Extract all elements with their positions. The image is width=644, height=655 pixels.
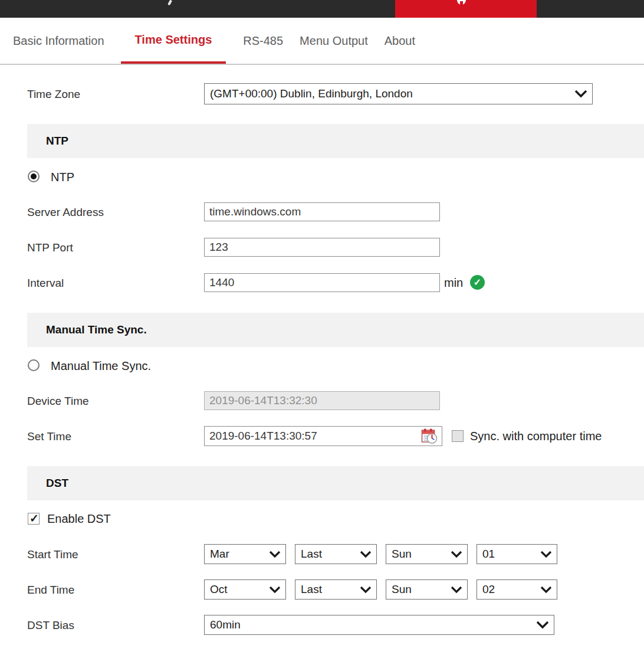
enable-dst-checkbox[interactable] [28, 513, 40, 525]
dst-start-hour-select[interactable]: 01 [477, 544, 557, 564]
dst-start-month-select[interactable]: Mar [204, 544, 286, 564]
top-nav-bar [0, 0, 644, 18]
dst-end-month-value: Oct [210, 583, 228, 596]
interval-unit-label: min [444, 276, 463, 290]
tab-basic-information[interactable]: Basic Information [13, 18, 104, 64]
dst-section-title: DST [46, 477, 68, 490]
ntp-radio[interactable] [28, 171, 40, 182]
chevron-down-icon [269, 551, 281, 558]
active-nav-button[interactable] [395, 0, 537, 18]
manual-sync-radio[interactable] [28, 359, 40, 371]
chevron-down-icon [536, 621, 549, 629]
dst-start-day-select[interactable]: Sun [386, 544, 468, 564]
chevron-down-icon [540, 586, 552, 594]
enable-dst-label: Enable DST [47, 512, 111, 526]
manual-sync-radio-label: Manual Time Sync. [51, 359, 151, 373]
tab-time-settings[interactable]: Time Settings [121, 18, 226, 64]
dst-start-day-value: Sun [392, 548, 412, 561]
ntp-port-input[interactable] [204, 238, 440, 257]
chevron-down-icon [360, 586, 372, 594]
time-zone-value: (GMT+00:00) Dublin, Edinburgh, London [210, 87, 413, 100]
dst-bias-select[interactable]: 60min [204, 615, 554, 635]
interval-input[interactable] [204, 273, 440, 292]
dst-end-hour-value: 02 [482, 583, 495, 596]
ntp-port-label: NTP Port [27, 241, 73, 254]
dst-start-week-select[interactable]: Last [295, 544, 377, 564]
set-time-label: Set Time [27, 430, 71, 443]
tab-about[interactable]: About [385, 18, 415, 64]
dst-start-month-value: Mar [210, 548, 229, 561]
dst-end-week-select[interactable]: Last [295, 579, 377, 600]
ntp-section-header: NTP [27, 124, 644, 158]
dst-section-header: DST [27, 466, 644, 500]
ntp-section-title: NTP [46, 135, 68, 148]
calendar-clock-icon[interactable] [421, 428, 438, 444]
dst-start-hour-value: 01 [482, 548, 495, 561]
server-address-input[interactable] [204, 202, 440, 221]
dst-end-week-value: Last [301, 583, 322, 596]
device-time-input [204, 391, 440, 410]
chevron-down-icon [269, 586, 281, 594]
chevron-down-icon [360, 551, 372, 558]
tab-menu-output[interactable]: Menu Output [300, 18, 368, 64]
interval-label: Interval [27, 277, 64, 290]
chevron-down-icon [574, 90, 587, 98]
dst-end-hour-select[interactable]: 02 [477, 579, 557, 600]
chevron-down-icon [451, 551, 462, 558]
start-time-label: Start Time [27, 548, 78, 561]
dst-end-day-select[interactable]: Sun [386, 579, 468, 600]
nav-text-fragment [167, 0, 172, 5]
nav-button-text-fragment [457, 0, 466, 5]
time-settings-panel: Time Zone (GMT+00:00) Dublin, Edinburgh,… [0, 65, 644, 655]
end-time-label: End Time [27, 584, 74, 597]
server-address-label: Server Address [27, 206, 104, 219]
manual-sync-section-header: Manual Time Sync. [27, 313, 644, 347]
chevron-down-icon [540, 551, 552, 558]
dst-bias-value: 60min [210, 618, 241, 631]
sync-computer-time-checkbox[interactable] [452, 430, 464, 442]
time-zone-select[interactable]: (GMT+00:00) Dublin, Edinburgh, London [204, 83, 593, 104]
valid-check-icon: ✓ [470, 275, 485, 290]
time-zone-label: Time Zone [27, 88, 80, 101]
device-time-label: Device Time [27, 395, 89, 408]
dst-end-day-value: Sun [392, 583, 412, 596]
ntp-radio-label: NTP [51, 171, 74, 184]
settings-tab-bar: Basic Information Time Settings RS-485 M… [0, 18, 644, 65]
dst-end-month-select[interactable]: Oct [204, 579, 286, 600]
tab-rs-485[interactable]: RS-485 [243, 18, 283, 64]
manual-sync-section-title: Manual Time Sync. [46, 323, 147, 336]
dst-bias-label: DST Bias [27, 619, 74, 632]
set-time-input[interactable] [204, 426, 442, 446]
sync-computer-time-label: Sync. with computer time [470, 430, 602, 443]
dst-start-week-value: Last [301, 548, 322, 561]
chevron-down-icon [451, 586, 462, 594]
